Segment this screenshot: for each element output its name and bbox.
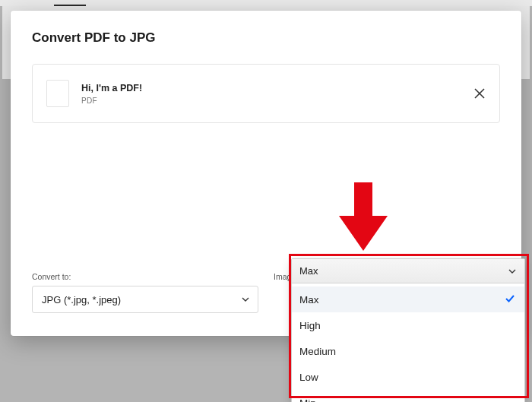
option-label: Medium — [299, 346, 336, 357]
convert-to-value: JPG (*.jpg, *.jpeg) — [42, 294, 121, 305]
option-label: High — [299, 320, 321, 331]
remove-file-icon[interactable] — [473, 87, 486, 100]
image-quality-value: Max — [299, 265, 318, 277]
image-quality-option-max[interactable]: Max — [292, 286, 524, 312]
convert-to-select[interactable]: JPG (*.jpg, *.jpeg) — [32, 286, 258, 313]
check-icon — [505, 293, 515, 304]
image-quality-option-medium[interactable]: Medium — [292, 338, 524, 364]
image-quality-option-min[interactable]: Min — [292, 390, 524, 402]
image-quality-option-high[interactable]: High — [292, 312, 524, 338]
convert-to-label: Convert to: — [32, 272, 258, 281]
option-label: Min — [299, 397, 316, 403]
file-type: PDF — [81, 97, 461, 105]
chevron-down-icon — [241, 295, 250, 304]
file-name: Hi, I'm a PDF! — [81, 83, 461, 93]
image-quality-options: Max High Medium Low Min — [292, 283, 524, 402]
dialog-title: Convert PDF to JPG — [32, 30, 500, 46]
option-label: Low — [299, 372, 318, 383]
image-quality-option-low[interactable]: Low — [292, 364, 524, 390]
image-quality-dropdown[interactable]: Max Max High Medium Low Min — [291, 258, 525, 402]
chevron-down-icon — [508, 267, 517, 276]
image-quality-select[interactable]: Max — [292, 259, 524, 283]
option-label: Max — [299, 294, 319, 305]
file-card: Hi, I'm a PDF! PDF — [32, 64, 500, 123]
file-info: Hi, I'm a PDF! PDF — [81, 83, 461, 105]
file-thumbnail — [46, 80, 69, 107]
convert-to-field: Convert to: JPG (*.jpg, *.jpeg) — [32, 272, 258, 313]
